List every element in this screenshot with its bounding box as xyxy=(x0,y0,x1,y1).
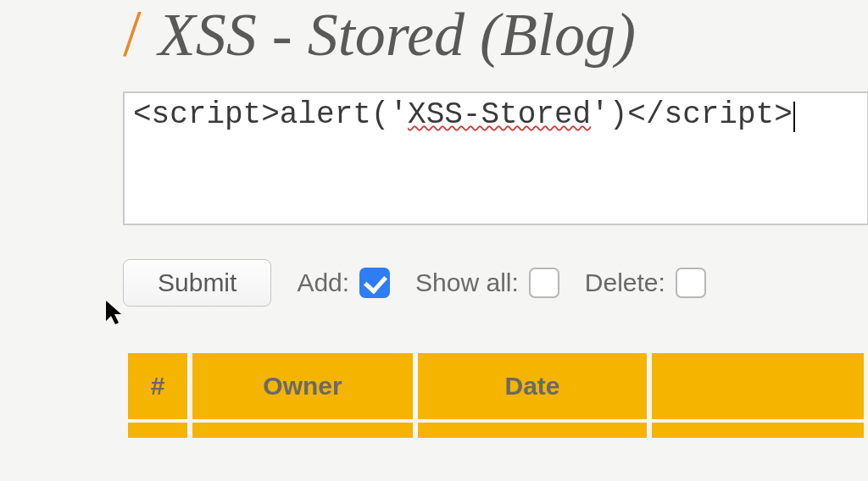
add-label: Add: xyxy=(297,268,349,297)
showall-checkbox[interactable] xyxy=(529,268,559,298)
delete-checkbox[interactable] xyxy=(676,268,706,298)
entry-text-spelled: XSS-Stored xyxy=(408,97,591,132)
text-caret xyxy=(793,102,795,132)
delete-label: Delete: xyxy=(585,268,665,297)
entries-table: # Owner Date xyxy=(123,353,868,438)
showall-label: Show all: xyxy=(415,268,519,297)
submit-button[interactable]: Submit xyxy=(123,259,271,307)
page-heading: / XSS - Stored (Blog) xyxy=(123,0,868,66)
entry-text-suffix: ')</script> xyxy=(591,97,793,132)
entry-text-prefix: <script>alert(' xyxy=(133,97,408,132)
page-title: XSS - Stored (Blog) xyxy=(159,4,636,65)
col-header-owner: Owner xyxy=(192,353,413,423)
add-checkbox[interactable] xyxy=(359,268,390,298)
blog-entry-textarea[interactable]: <script>alert('XSS-Stored')</script> xyxy=(123,91,868,225)
col-header-rest xyxy=(652,353,864,423)
slash-icon: / xyxy=(123,0,142,66)
col-header-num: # xyxy=(128,353,187,423)
col-header-date: Date xyxy=(418,353,647,423)
table-row xyxy=(128,423,864,438)
